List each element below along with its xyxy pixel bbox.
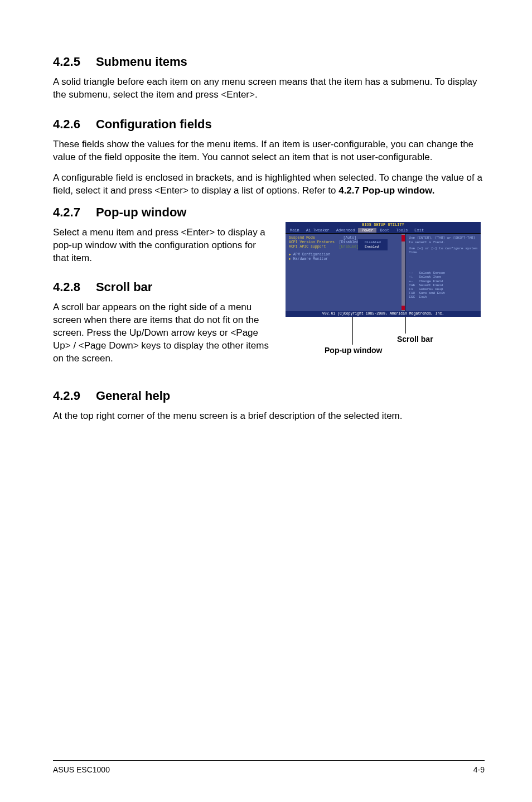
heading-title: Submenu items xyxy=(96,55,187,69)
bios-key-row: ↑↓ Select Item xyxy=(409,275,477,279)
callout-line-popup xyxy=(352,317,353,345)
bios-help-pane: Use [ENTER], [TAB] or [SHIFT-TAB] to sel… xyxy=(405,234,481,311)
bios-item-value: [Disabled] xyxy=(339,240,361,244)
heading-num: 4.2.8 xyxy=(53,280,80,294)
popup-option-selected: Enabled xyxy=(365,245,381,249)
heading-title: Scroll bar xyxy=(96,280,152,294)
bios-item-value: [Enabled] xyxy=(339,245,359,249)
bios-tab: Exit xyxy=(411,228,427,233)
bios-key-row: ESC Exit xyxy=(409,295,477,299)
footer-right: 4-9 xyxy=(473,765,485,774)
bios-scrollbar xyxy=(402,234,405,311)
bios-title: BIOS SETUP UTILITY xyxy=(286,222,481,228)
bios-item-label: Suspend Mode xyxy=(289,236,315,240)
bios-tab-active: Power xyxy=(358,228,376,233)
bios-sub: Hardware Monitor xyxy=(293,257,328,261)
bios-tab: Ai Tweaker xyxy=(303,228,333,233)
bios-key-row: +- Change Field xyxy=(409,279,477,283)
bios-help2: Use [+] or [-] to configure system Time. xyxy=(409,247,477,254)
heading-title: General help xyxy=(96,389,170,403)
bios-sub: APM Configuration xyxy=(293,253,330,257)
heading-426: 4.2.6 Configuration fields xyxy=(53,117,485,132)
body-426-2: A configurable field is enclosed in brac… xyxy=(53,172,485,197)
bios-tab: Advanced xyxy=(333,228,359,233)
bios-item-label: ACPI APIC support xyxy=(289,245,326,249)
body-429-1: At the top right corner of the menu scre… xyxy=(53,410,485,423)
heading-title: Configuration fields xyxy=(96,117,212,132)
triangle-icon: ▶ xyxy=(289,253,291,257)
heading-429: 4.2.9 General help xyxy=(53,389,485,403)
heading-425: 4.2.5 Submenu items xyxy=(53,55,485,69)
bios-left-pane: Suspend Mode [Auto] ACPI Version Feature… xyxy=(286,234,402,311)
bios-help1: Use [ENTER], [TAB] or [SHIFT-TAB] to sel… xyxy=(409,236,477,244)
heading-num: 4.2.9 xyxy=(53,389,80,403)
bios-tab: Tools xyxy=(393,228,411,233)
callout-label-scroll: Scroll bar xyxy=(397,335,433,344)
bios-screenshot: BIOS SETUP UTILITY Main Ai Tweaker Advan… xyxy=(286,222,481,317)
scrollbar-thumb xyxy=(402,235,405,241)
bios-key-row: F10 Save and Exit xyxy=(409,291,477,295)
bios-footer: v02.61 (C)Copyright 1985-2009, American … xyxy=(286,311,481,317)
heading-427: 4.2.7 Pop-up window xyxy=(53,205,270,220)
callout-line-scroll xyxy=(405,317,406,334)
popup-option: Disabled xyxy=(365,240,381,245)
heading-num: 4.2.5 xyxy=(53,55,80,69)
bios-item-value: [Auto] xyxy=(344,236,356,240)
callout-lines: Scroll bar Pop-up window xyxy=(286,317,481,350)
body-427-1: Select a menu item and press <Enter> to … xyxy=(53,226,270,265)
bios-key-row: F1 General Help xyxy=(409,287,477,291)
scrollbar-bottom xyxy=(402,306,405,310)
bios-popup: Disabled Enabled xyxy=(358,239,388,250)
heading-num: 4.2.6 xyxy=(53,117,80,132)
bios-tab: Main xyxy=(287,228,303,233)
heading-428: 4.2.8 Scroll bar xyxy=(53,280,270,294)
heading-num: 4.2.7 xyxy=(53,205,80,220)
callout-label-popup: Pop-up window xyxy=(325,346,382,355)
bios-tabs: Main Ai Tweaker Advanced Power Boot Tool… xyxy=(286,228,481,233)
bios-item-label: ACPI Version Features xyxy=(289,240,335,244)
footer-left: ASUS ESC1000 xyxy=(53,765,110,774)
bios-tab: Boot xyxy=(376,228,393,233)
triangle-icon: ▶ xyxy=(289,257,291,261)
page-footer: ASUS ESC1000 4-9 xyxy=(53,760,485,774)
bios-key-row: ←→ Select Screen xyxy=(409,271,477,275)
heading-title: Pop-up window xyxy=(96,205,187,220)
body-425-1: A solid triangle before each item on any… xyxy=(53,76,485,102)
bios-key-row: Tab Select Field xyxy=(409,283,477,287)
body-428-1: A scroll bar appears on the right side o… xyxy=(53,301,270,365)
body-426-1: These fields show the values for the men… xyxy=(53,138,485,164)
